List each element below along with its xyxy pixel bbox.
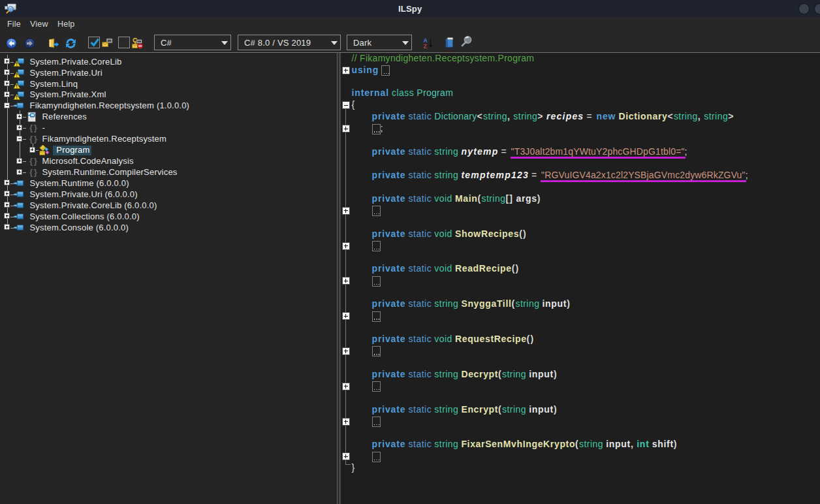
svg-text:Z: Z: [424, 42, 427, 48]
